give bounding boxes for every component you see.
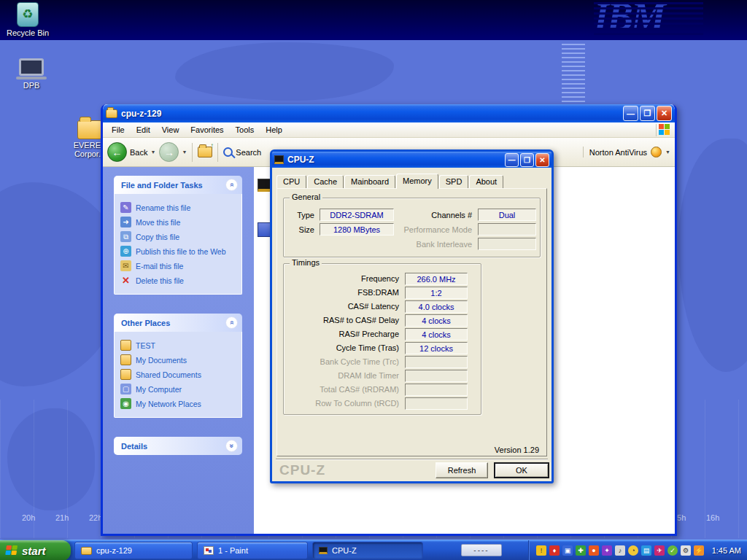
maximize-button[interactable]: ❐	[520, 153, 534, 167]
folder-icon	[120, 369, 131, 380]
timing-label: Cycle Time (Tras)	[287, 343, 399, 352]
search-button[interactable]: Search	[223, 147, 261, 157]
tab-memory[interactable]: Memory	[396, 174, 438, 189]
close-button[interactable]: ✕	[535, 153, 549, 167]
tab-cache[interactable]: Cache	[307, 175, 344, 188]
timings-groupbox: Timings Frequency 266.0 MHz FSB:DRAM 1:2…	[283, 263, 481, 415]
bank-interleave-field	[478, 238, 536, 250]
minimize-button[interactable]: —	[505, 153, 519, 167]
tray-icon-messenger[interactable]: ✦	[602, 545, 612, 556]
taskbar-task-paint[interactable]: 1 - Paint	[197, 542, 308, 559]
forward-button[interactable]: → ▼	[159, 142, 187, 162]
chevron-up-icon: »	[225, 316, 238, 329]
timezone-label: 16h	[706, 513, 719, 522]
task-move-file[interactable]: Move this file	[120, 217, 236, 228]
tray-icon-network[interactable]: ▣	[562, 545, 573, 556]
place-my-documents[interactable]: My Documents	[120, 354, 236, 365]
desktop-icon-recycle-bin[interactable]: ♻ Recycle Bin	[4, 2, 51, 37]
explorer-titlebar[interactable]: cpu-z-129 — ❐ ✕	[103, 104, 675, 122]
wallpaper-landmass	[175, 42, 394, 101]
tray-icon-clock-sync[interactable]: ◔	[628, 545, 638, 556]
tray-icon-tool[interactable]: ⚙	[681, 545, 691, 556]
channels-field: Dual	[478, 209, 536, 221]
window-title: cpu-z-129	[121, 109, 161, 119]
type-field: DDR2-SDRAM	[320, 209, 394, 221]
setup-file-icon[interactable]	[258, 222, 271, 237]
network-icon	[120, 398, 131, 409]
details-panel: Details »	[114, 437, 242, 455]
back-button[interactable]: ← Back ▼	[107, 142, 155, 162]
cpuz-window: CPU-Z — ❐ ✕ CPU Cache Mainboard Memory S…	[270, 149, 554, 483]
tray-icon-update[interactable]: ✚	[576, 545, 586, 556]
groupbox-legend: General	[290, 192, 322, 201]
menu-view[interactable]: View	[156, 124, 185, 136]
tray-icon-antivirus[interactable]: ♦	[549, 545, 560, 556]
panel-header-details[interactable]: Details »	[114, 437, 242, 455]
task-label: CPU-Z	[332, 546, 357, 555]
panel-header-other-places[interactable]: Other Places »	[114, 314, 242, 332]
timing-label: RAS# Precharge	[287, 330, 399, 338]
tray-icon-volume[interactable]: ♪	[615, 545, 625, 556]
timing-field	[405, 397, 468, 410]
tray-icon-removable[interactable]: ✈	[654, 545, 665, 556]
timing-label: Bank Cycle Time (Trc)	[287, 357, 399, 366]
size-label: Size	[284, 225, 314, 234]
menu-favorites[interactable]: Favorites	[185, 124, 229, 136]
tray-icon-firewall[interactable]: ●	[589, 545, 599, 556]
up-button[interactable]: ↑	[198, 147, 212, 158]
ok-button[interactable]: OK	[494, 462, 549, 478]
start-button[interactable]: start	[0, 540, 71, 560]
taskbar-task-explorer[interactable]: cpu-z-129	[74, 542, 193, 559]
task-rename-file[interactable]: Rename this file	[120, 202, 236, 213]
maximize-button[interactable]: ❐	[640, 106, 655, 121]
chevron-down-icon: ▼	[182, 149, 187, 155]
desktop-icon-dpb[interactable]: DPB	[10, 58, 53, 90]
taskbar-dashes-button[interactable]: ----	[461, 544, 502, 556]
paint-icon	[204, 546, 214, 555]
bank-interleave-label: Bank Interleave	[392, 240, 472, 249]
norton-icon	[651, 147, 662, 158]
tab-cpu[interactable]: CPU	[276, 175, 306, 188]
task-label: E-mail this file	[136, 262, 183, 271]
start-label: start	[22, 545, 46, 557]
timing-label: RAS# to CAS# Delay	[287, 316, 399, 324]
file-tasks-panel: File and Folder Tasks » Rename this file…	[114, 176, 242, 295]
place-my-computer[interactable]: My Computer	[120, 384, 236, 394]
tray-icon-power[interactable]: ⚡	[694, 545, 704, 556]
close-button[interactable]: ✕	[657, 106, 672, 121]
task-delete-file[interactable]: Delete this file	[120, 275, 236, 286]
task-copy-file[interactable]: Copy this file	[120, 231, 236, 242]
task-label: Copy this file	[136, 233, 179, 241]
place-my-network[interactable]: My Network Places	[120, 398, 236, 409]
panel-header-file-tasks[interactable]: File and Folder Tasks »	[114, 176, 242, 194]
tray-icon-display[interactable]: ▤	[641, 545, 651, 556]
panel-title: Details	[121, 442, 147, 451]
tray-icon-shield[interactable]: !	[536, 545, 546, 556]
menu-edit[interactable]: Edit	[131, 124, 156, 136]
performance-mode-field	[478, 223, 536, 236]
refresh-button[interactable]: Refresh	[436, 462, 488, 478]
menu-help[interactable]: Help	[260, 124, 288, 136]
delete-icon	[120, 275, 131, 286]
tray-icon-status[interactable]: ✓	[667, 545, 678, 556]
norton-antivirus-button[interactable]: Norton AntiVirus ▼	[583, 147, 670, 158]
cpuz-titlebar[interactable]: CPU-Z — ❐ ✕	[272, 152, 551, 168]
timezone-label: 20h	[22, 513, 35, 522]
task-email-file[interactable]: E-mail this file	[120, 260, 236, 271]
other-places-panel: Other Places » TEST My Documents Shared …	[114, 314, 242, 418]
timing-label: Row To Column (tRCD)	[287, 399, 399, 408]
tab-spd[interactable]: SPD	[439, 175, 469, 188]
taskbar-task-cpuz[interactable]: CPU-Z	[312, 542, 423, 559]
task-publish-file[interactable]: Publish this file to the Web	[120, 246, 236, 257]
place-test[interactable]: TEST	[120, 340, 236, 351]
tab-mainboard[interactable]: Mainboard	[344, 175, 395, 188]
menu-tools[interactable]: Tools	[230, 124, 260, 136]
menu-file[interactable]: File	[106, 124, 131, 136]
place-shared-documents[interactable]: Shared Documents	[120, 369, 236, 380]
windows-flag-icon	[5, 545, 19, 556]
minimize-button[interactable]: —	[623, 106, 638, 121]
up-arrow-icon: ↑	[210, 141, 214, 149]
toolbar-separator	[192, 143, 193, 162]
tab-about[interactable]: About	[469, 175, 503, 188]
ibm-logo: IBM	[594, 0, 703, 38]
